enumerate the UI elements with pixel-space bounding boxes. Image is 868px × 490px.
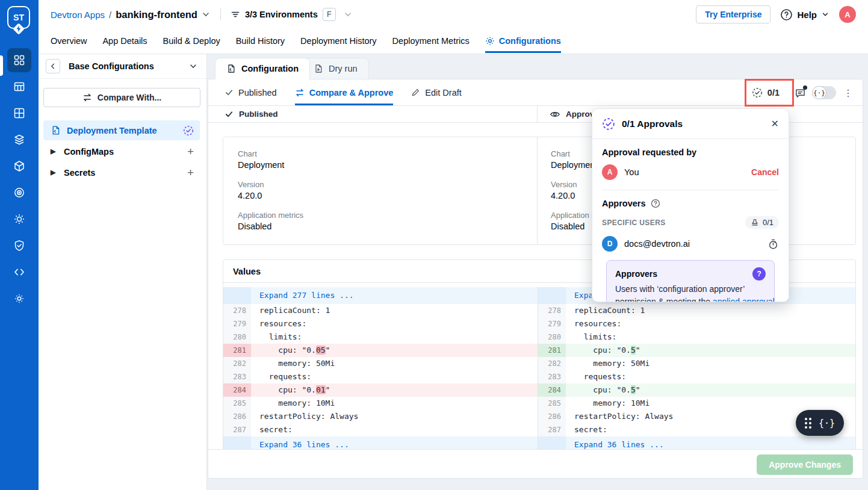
diff-row: 285 memory: 10Mi [223,397,538,410]
compare-with-button[interactable]: Compare With... [43,88,200,107]
filter-icon [231,10,240,19]
nav-tab-deployment-metrics[interactable]: Deployment Metrics [392,30,470,53]
subtab-published[interactable]: Published [225,79,277,105]
diff-row: 281 cpu: "0.05" [223,344,538,357]
sidebar-item-software-hub[interactable] [7,128,31,152]
tab-configuration-label: Configuration [241,64,299,73]
chevron-down-icon[interactable] [188,61,198,71]
approver-user-row: D docs@devtron.ai [602,236,779,252]
comment-notification-dot [803,85,807,90]
nav-tab-configurations-label: Configurations [499,36,561,46]
diff-row: 279resources: [538,317,855,330]
floating-code-widget[interactable]: {·} [796,410,844,436]
app-logo[interactable]: ST [7,6,31,37]
card-footer: Approve Changes [208,449,863,479]
pencil-icon [411,88,420,97]
file-code-icon [226,64,236,73]
nav-tab-build-history[interactable]: Build History [236,30,285,53]
diff-row: 278replicaCount: 1 [538,304,855,317]
diff-row: 285 memory: 10Mi [538,397,855,410]
chevron-down-icon[interactable] [343,10,353,19]
kebab-menu[interactable]: ⋮ [843,87,848,99]
compare-arrows-icon [82,93,92,102]
code-braces-icon: {·} [819,418,835,429]
drag-handle-icon[interactable] [805,418,811,429]
approvers-tooltip: Approvers ? Users with ‘configuration ap… [606,260,775,302]
draft-mode-tabs: Published Compare & Approve Edit Draft 0… [208,79,863,106]
compare-arrows-icon [295,88,305,98]
approver-email: docs@devtron.ai [624,239,690,249]
tab-dry-run[interactable]: Dry run [302,58,369,79]
back-button[interactable] [46,59,60,73]
sidebar-item-code[interactable] [7,260,31,284]
nav-tab-app-details[interactable]: App Details [102,30,147,53]
subtab-compare-approve-label: Compare & Approve [309,88,394,98]
config-group-label: ConfigMaps [64,147,187,157]
subtab-compare-approve[interactable]: Compare & Approve [295,79,394,105]
help-circle-icon [780,8,793,21]
approvals-count-badge[interactable]: 0/1 [752,87,780,98]
requester-avatar: A [602,164,618,180]
sidebar-item-chart-store[interactable] [7,154,31,178]
nav-tab-configurations[interactable]: Configurations [485,30,561,53]
sidebar-item-global-configurations[interactable] [7,287,31,311]
sidebar-item-jobs[interactable] [7,75,31,99]
diff-row: 282 memory: 50Mi [223,357,538,370]
meta-published: Chart Deployment Version 4.20.0 Applicat… [223,137,537,244]
config-group-secrets[interactable]: ▶ Secrets + [43,163,200,182]
help-menu[interactable]: Help [780,8,829,21]
caret-right-icon[interactable]: ▶ [51,169,58,176]
config-group-configmaps[interactable]: ▶ ConfigMaps + [43,141,200,161]
specific-users-label: SPECIFIC USERS [602,219,666,227]
try-enterprise-button[interactable]: Try Enterprise [696,5,770,23]
add-configmap-button[interactable]: + [187,145,194,158]
comments-button[interactable] [795,87,806,99]
gear-icon [13,293,25,305]
code-editor-toggle[interactable]: {·} [812,86,836,99]
tooltip-text: Users with ‘configuration approver’ perm… [615,283,778,302]
breadcrumb-separator: / [109,10,111,20]
check-icon [225,88,234,97]
chart-value: Deployment [238,160,522,170]
add-secret-button[interactable]: + [187,166,194,179]
popover-divider [602,190,779,190]
nav-tab-overview[interactable]: Overview [51,30,87,53]
tooltip-title: Approvers [615,269,657,279]
approve-changes-button[interactable]: Approve Changes [757,454,853,475]
approvers-heading-label: Approvers [602,199,646,208]
tab-dry-run-label: Dry run [329,64,358,73]
compare-with-label: Compare With... [98,93,161,102]
nav-tab-build-deploy[interactable]: Build & Deploy [163,30,220,53]
sidebar-item-application-groups[interactable] [7,101,31,125]
config-item-deployment-template[interactable]: Deployment Template [43,120,200,140]
breadcrumb-app[interactable]: Devtron Apps [51,10,105,20]
devtron-bolt-icon [13,22,25,36]
subtab-edit-draft[interactable]: Edit Draft [411,79,461,105]
tab-configuration[interactable]: Configuration [215,58,310,79]
sidebar-item-clusters[interactable] [7,207,31,231]
cancel-request-button[interactable]: Cancel [751,167,779,177]
chevron-down-icon[interactable] [201,10,211,19]
subtab-edit-draft-label: Edit Draft [425,88,461,98]
expand-lines-top[interactable]: Expand 277 lines ... [223,287,538,304]
help-circle-icon[interactable] [651,199,660,208]
sidebar-item-security[interactable] [7,234,31,258]
approvers-heading: Approvers [602,199,779,208]
subtab-published-label: Published [238,88,277,98]
version-value: 4.20.0 [238,191,522,200]
gear-icon [485,36,495,46]
environments-selector[interactable]: 3/3 Environments F [231,8,353,21]
requester-name: You [624,167,639,177]
config-group-label: Secrets [64,168,187,178]
published-column-label: Published [239,110,278,119]
jobs-icon [13,81,25,93]
close-icon[interactable]: ✕ [771,118,779,129]
diff-row: 283 requests: [538,370,855,383]
user-avatar[interactable]: A [839,6,856,23]
sidebar-item-resource-watcher[interactable] [7,181,31,205]
caret-right-icon[interactable]: ▶ [51,147,58,155]
nav-tab-deployment-history[interactable]: Deployment History [300,30,377,53]
shield-check-icon [13,240,25,252]
approvals-popover: 0/1 Approvals ✕ Approval requested by A … [592,108,789,302]
sidebar-item-applications[interactable] [7,48,31,72]
